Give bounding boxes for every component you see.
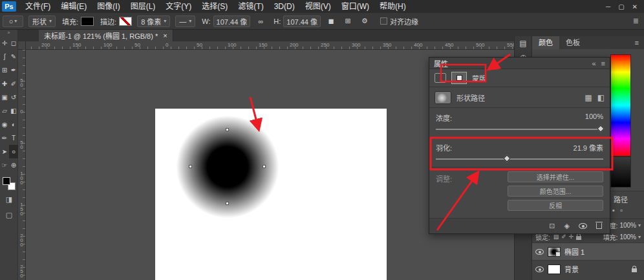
maximize-button[interactable]: ▢ [618,3,624,10]
ellipse-tool[interactable]: ○ [9,145,18,158]
lock-all-icon[interactable] [576,236,581,240]
color-range-button[interactable]: 颜色范围... [508,186,603,197]
ruler-origin-corner[interactable] [18,41,26,50]
quick-selection-tool[interactable]: ✎ [9,50,18,63]
zoom-tool[interactable]: ⊕ [9,158,18,172]
dodge-tool[interactable]: ◐ [9,118,18,131]
document-tab[interactable]: 未标题-1 @ 121% (椭圆 1, RGB/8) * × [39,30,173,41]
stroke-swatch[interactable] [119,17,132,26]
vertical-ruler[interactable]: 50 0 50 100 150 200 250 [18,50,26,280]
options-panel-toggle-icon[interactable]: ≣ [633,17,644,25]
panel-menu-icon[interactable]: ≡ [635,39,644,47]
apply-mask-icon[interactable]: ◈ [564,222,570,230]
link-dimensions-icon[interactable]: ∞ [254,16,267,27]
blur-tool[interactable]: ◉ [0,118,9,131]
fill-swatch[interactable] [81,17,94,26]
tab-swatches[interactable]: 色板 [559,36,586,49]
lock-transparency-icon[interactable]: ▨ [553,233,559,240]
panel-menu-icon[interactable]: ≡ [601,59,605,67]
align-edges-checkbox[interactable] [380,17,387,25]
vector-mask-icon[interactable] [451,72,467,84]
collapse-panel-icon[interactable]: « [592,59,596,67]
feather-value[interactable]: 21.9 像素 [574,142,603,153]
shade-ramp[interactable] [610,156,631,188]
tab-paths[interactable]: 路径 [614,194,628,204]
stroke-type-select[interactable]: — ▾ [175,16,195,27]
marquee-tool[interactable]: ◻ [9,36,18,50]
menu-image[interactable]: 图像(I) [92,0,125,13]
feather-slider-thumb[interactable] [504,155,511,162]
width-input[interactable]: 107.44 像 [213,16,251,27]
path-anchor-top[interactable] [226,128,229,131]
ellipse-path-outline[interactable] [191,130,264,204]
menu-edit[interactable]: 编辑(E) [56,0,92,13]
layer-thumbnail[interactable] [548,264,561,274]
load-selection-icon[interactable]: ⊡ [549,222,555,230]
history-brush-tool[interactable]: ↺ [9,91,18,104]
tab-color[interactable]: 颜色 [532,36,559,49]
lock-position-icon[interactable]: ✛ [569,233,574,240]
brush-tool[interactable]: ✐ [9,77,18,91]
foreground-color-swatch[interactable] [3,177,10,185]
menu-filter[interactable]: 滤镜(T) [233,0,268,13]
feather-slider[interactable] [436,158,603,160]
path-alignment-button[interactable]: ⊞ [341,16,354,27]
clone-stamp-tool[interactable]: ▣ [0,91,9,104]
fill-opacity-value[interactable]: 100% [619,233,636,241]
eye-icon[interactable] [579,223,587,229]
opacity-value[interactable]: 100% [619,222,636,229]
menu-file[interactable]: 文件(F) [20,0,56,13]
screen-mode-button[interactable]: ▢ [0,208,18,221]
chevron-down-icon[interactable]: ▾ [638,234,641,240]
hue-spectrum-slider[interactable] [610,54,631,156]
menu-view[interactable]: 视图(V) [300,0,336,13]
menu-3d[interactable]: 3D(D) [269,0,300,13]
gear-icon[interactable]: ⚙ [358,16,371,27]
add-vector-mask-icon[interactable]: ◧ [597,93,605,102]
height-input[interactable]: 107.44 像 [283,16,321,27]
select-and-mask-button[interactable]: 选择并遮住... [508,171,603,182]
eraser-tool[interactable]: ▱ [0,104,9,118]
hand-tool[interactable]: ☞ [0,158,9,172]
chevron-down-icon[interactable]: ▾ [638,222,641,228]
minimize-button[interactable]: ─ [606,3,610,10]
menu-select[interactable]: 选择(S) [197,0,233,13]
gradient-tool[interactable]: ◧ [9,104,18,118]
collapsed-panel-button-top[interactable]: ▤ [515,36,531,50]
path-anchor-right[interactable] [263,165,266,168]
layer-row-ellipse[interactable]: 椭圆 1 [532,242,644,260]
tool-mode-select[interactable]: 形状 ▾ [28,16,56,27]
menu-help[interactable]: 帮助(H) [374,0,411,13]
close-button[interactable]: ✕ [632,3,638,10]
layer-thumbnail[interactable] [548,247,561,257]
close-tab-button[interactable]: × [163,32,167,39]
path-anchor-left[interactable] [189,165,192,168]
layer-row-background[interactable]: 背景 [532,260,644,277]
fill-path-icon[interactable]: ▪ [612,206,615,214]
type-tool[interactable]: T [9,131,18,145]
pixel-mask-icon[interactable] [435,73,446,83]
trash-icon[interactable] [596,223,602,229]
menu-type[interactable]: 文字(Y) [160,0,197,13]
pen-tool[interactable]: ✏ [0,131,9,145]
healing-brush-tool[interactable]: ✚ [0,77,9,91]
stroke-path-icon[interactable]: ▫ [620,206,623,214]
crop-tool[interactable]: ⊞ [0,63,9,77]
invert-button[interactable]: 反相 [508,200,603,211]
menu-window[interactable]: 窗口(W) [336,0,374,13]
move-tool[interactable]: ✛ [0,36,9,50]
collapse-toolbar-button[interactable]: » [0,30,17,36]
stroke-width-select[interactable]: 8 像素 ▾ [137,16,170,27]
quick-mask-button[interactable]: ◨ [0,193,18,206]
density-value[interactable]: 100% [585,113,603,123]
lock-pixels-icon[interactable]: ✐ [561,233,566,240]
menu-layer[interactable]: 图层(L) [125,0,161,13]
path-anchor-bottom[interactable] [226,202,229,205]
add-pixel-mask-icon[interactable]: ▦ [585,93,592,102]
path-selection-tool[interactable]: ➤ [0,145,9,158]
document-canvas[interactable] [155,109,387,280]
layer-visibility-toggle[interactable] [535,266,544,272]
layer-visibility-toggle[interactable] [535,249,544,255]
path-operations-button[interactable]: ◼ [325,16,338,27]
lasso-tool[interactable]: ʃ [0,50,9,63]
